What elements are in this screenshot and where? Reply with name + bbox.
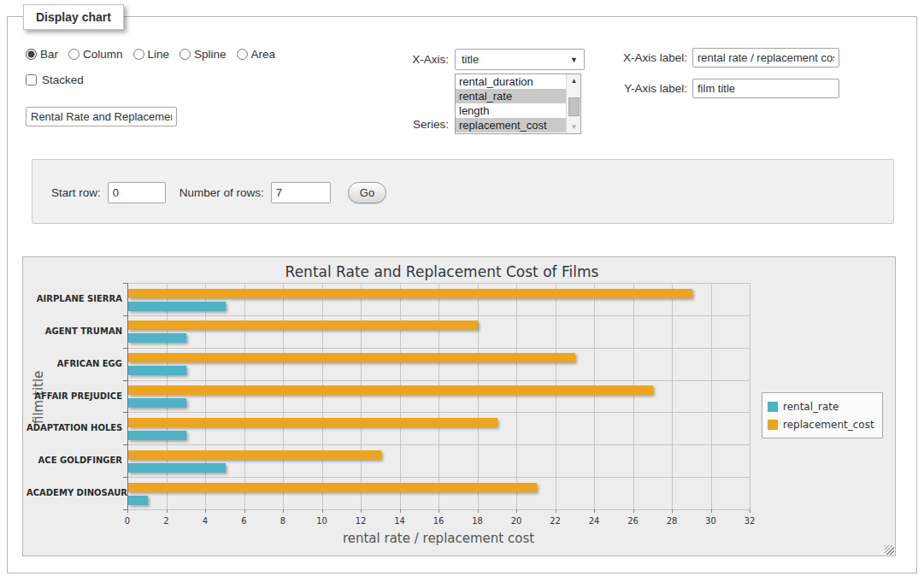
x-tick-label: 28	[659, 516, 685, 526]
series-option-rental_rate[interactable]: rental_rate	[456, 89, 566, 103]
x-axis-tick	[361, 509, 362, 513]
x-axis-tick	[750, 509, 750, 513]
category-label: AGENT TRUMAN	[26, 326, 122, 336]
category-label: AFRICAN EGG	[26, 359, 122, 368]
radio-spline[interactable]	[180, 49, 191, 60]
bar-replacement_cost	[128, 385, 653, 395]
x-axis-tick	[167, 509, 168, 513]
x-tick-label: 6	[232, 516, 257, 526]
x-tick-label: 12	[348, 516, 374, 526]
gridline-vertical	[283, 283, 284, 509]
chevron-down-icon: ▼	[570, 56, 578, 64]
scroll-down-icon[interactable]: ▼	[567, 121, 581, 133]
radio-column[interactable]	[68, 49, 79, 60]
bar-rental_rate	[128, 302, 226, 311]
legend-item-replacement_cost[interactable]: replacement_cost	[768, 415, 874, 433]
x-axis-select-label: X-Axis:	[395, 53, 449, 66]
x-axis-tick	[322, 509, 323, 513]
x-axis-select-value: title	[462, 53, 479, 66]
bar-replacement_cost	[128, 418, 497, 427]
fieldset-legend: Display chart	[23, 4, 124, 30]
gridline-vertical	[205, 283, 206, 509]
x-axis-tick	[205, 509, 206, 513]
category-label: AFFAIR PREJUDICE	[26, 391, 122, 401]
go-button[interactable]: Go	[348, 182, 386, 203]
series-scrollbar[interactable]: ▲ ▼	[566, 74, 580, 133]
radio-label-line: Line	[148, 48, 170, 61]
x-tick-label: 4	[192, 516, 218, 526]
radio-area[interactable]	[237, 49, 248, 60]
series-multiselect[interactable]: rental_durationrental_ratelengthreplacem…	[455, 73, 581, 134]
radio-option-line[interactable]: Line	[133, 48, 170, 61]
x-axis-tick	[711, 509, 712, 513]
gridline-vertical	[322, 283, 323, 509]
bar-rental_rate	[128, 398, 186, 408]
gridline-vertical	[672, 283, 673, 509]
x-tick-label: 18	[465, 516, 491, 526]
x-tick-label: 20	[503, 516, 529, 526]
x-axis-tick	[400, 509, 401, 513]
bar-rental_rate	[128, 333, 186, 343]
radio-option-bar[interactable]: Bar	[26, 48, 58, 61]
chart-type-radio-group: BarColumnLineSplineArea	[26, 48, 280, 61]
start-row-label: Start row:	[51, 186, 101, 199]
series-select-label: Series:	[395, 118, 449, 131]
bar-replacement_cost	[128, 289, 692, 298]
scrollbar-thumb[interactable]	[568, 97, 580, 116]
series-option-replacement_cost[interactable]: replacement_cost	[456, 118, 566, 132]
y-axis-tick	[123, 412, 127, 413]
gridline-vertical	[711, 283, 712, 509]
y-axis-tick	[123, 348, 127, 349]
gridline-horizontal	[127, 380, 750, 381]
x-axis-select[interactable]: title ▼	[455, 49, 585, 70]
bar-replacement_cost	[128, 353, 575, 362]
stacked-row: Stacked	[26, 73, 84, 86]
gridline-horizontal	[127, 444, 750, 445]
radio-option-spline[interactable]: Spline	[180, 48, 227, 61]
radio-label-bar: Bar	[40, 48, 58, 61]
y-axis-label-input[interactable]	[692, 79, 839, 98]
x-axis-tick	[594, 509, 595, 513]
gridline-horizontal	[127, 412, 750, 413]
radio-label-column: Column	[83, 48, 123, 61]
stacked-checkbox[interactable]	[26, 74, 37, 85]
x-axis-label-input[interactable]	[692, 48, 839, 68]
gridline-vertical	[361, 283, 362, 509]
legend-label: replacement_cost	[783, 419, 874, 431]
legend-swatch-rental_rate	[768, 402, 778, 412]
legend-label: rental_rate	[783, 401, 839, 413]
resize-handle-icon[interactable]	[885, 545, 894, 555]
x-axis-title: rental rate / replacement cost	[268, 531, 609, 546]
number-of-rows-input[interactable]	[271, 182, 331, 203]
radio-option-area[interactable]: Area	[237, 48, 276, 61]
radio-option-column[interactable]: Column	[68, 48, 123, 61]
gridline-vertical	[516, 283, 517, 509]
gridline-vertical	[478, 283, 479, 509]
chart-container: Rental Rate and Replacement Cost of Film…	[22, 256, 896, 556]
gridline-vertical	[594, 283, 595, 509]
gridline-horizontal	[127, 348, 750, 349]
radio-line[interactable]	[133, 49, 144, 60]
x-tick-label: 2	[154, 516, 180, 526]
category-label: ADAPTATION HOLES	[26, 423, 122, 432]
start-row-input[interactable]	[108, 182, 166, 203]
x-axis-tick	[438, 509, 439, 513]
chart-title-input[interactable]	[26, 107, 177, 126]
category-label: ACADEMY DINOSAUR	[26, 488, 122, 497]
scroll-up-icon[interactable]: ▲	[567, 74, 581, 87]
x-axis-tick	[556, 509, 556, 513]
x-tick-label: 8	[270, 516, 296, 526]
gridline-horizontal	[127, 283, 750, 284]
x-tick-label: 26	[621, 516, 646, 526]
bar-rental_rate	[128, 463, 226, 473]
legend-item-rental_rate[interactable]: rental_rate	[768, 397, 874, 415]
x-axis-label-label: X-Axis label:	[614, 51, 687, 64]
y-axis-tick	[123, 283, 127, 284]
radio-bar[interactable]	[26, 49, 37, 60]
series-options: rental_durationrental_ratelengthreplacem…	[456, 74, 580, 132]
x-axis-tick	[516, 509, 517, 513]
bar-replacement_cost	[128, 483, 537, 492]
series-option-length[interactable]: length	[456, 103, 566, 118]
bar-rental_rate	[128, 496, 148, 505]
series-option-rental_duration[interactable]: rental_duration	[456, 74, 566, 89]
